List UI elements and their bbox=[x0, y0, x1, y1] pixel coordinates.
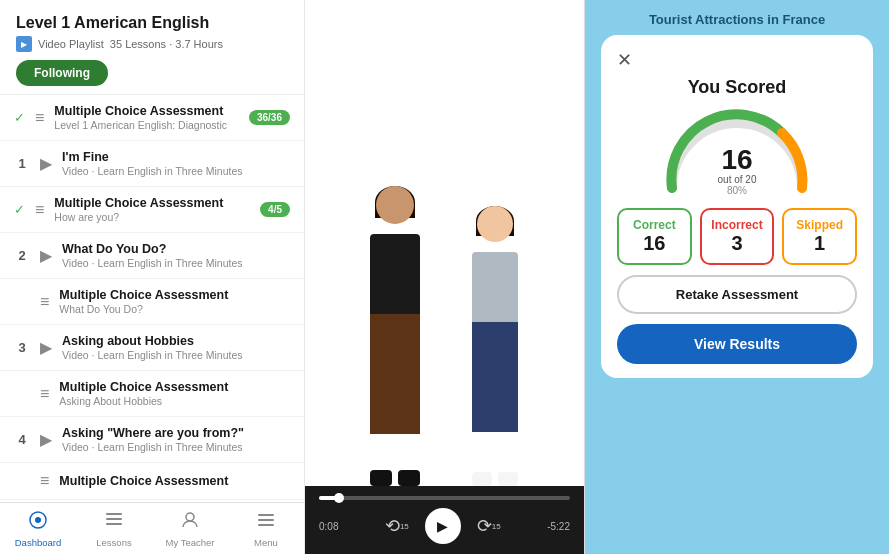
nav-item-dashboard[interactable]: Dashboard bbox=[0, 503, 76, 554]
lesson-badge: 4/5 bbox=[260, 202, 290, 217]
bottom-nav: DashboardLessonsMy TeacherMenu bbox=[0, 502, 304, 554]
video-controls: 0:08 ⟲15 ▶ ⟳15 -5:22 bbox=[305, 486, 584, 554]
right-panel-title: Tourist Attractions in France bbox=[649, 12, 825, 27]
lesson-subtitle: Video · Learn English in Three Minutes bbox=[62, 165, 290, 177]
lesson-subtitle: How are you? bbox=[54, 211, 250, 223]
lesson-subtitle: Level 1 American English: Diagnostic bbox=[54, 119, 239, 131]
lesson-content: Multiple Choice AssessmentLevel 1 Americ… bbox=[54, 104, 239, 131]
gauge-container: 16 out of 20 80% bbox=[657, 108, 817, 198]
lesson-item[interactable]: 2▶What Do You Do?Video · Learn English i… bbox=[0, 233, 304, 279]
lesson-item[interactable]: ≡Multiple Choice AssessmentAsking About … bbox=[0, 371, 304, 417]
retake-button[interactable]: Retake Assessment bbox=[617, 275, 857, 314]
controls-row: 0:08 ⟲15 ▶ ⟳15 -5:22 bbox=[319, 508, 570, 544]
lesson-item[interactable]: ✓≡Multiple Choice AssessmentLevel 1 Amer… bbox=[0, 95, 304, 141]
char-left-shoe-right bbox=[398, 470, 420, 486]
nav-icon-menu bbox=[256, 510, 276, 535]
lesson-subtitle: Video · Learn English in Three Minutes bbox=[62, 349, 290, 361]
lesson-item[interactable]: ≡Multiple Choice AssessmentWhat Do You D… bbox=[0, 279, 304, 325]
nav-item-my-teacher[interactable]: My Teacher bbox=[152, 503, 228, 554]
svg-point-1 bbox=[35, 517, 41, 523]
svg-point-5 bbox=[186, 513, 194, 521]
stat-box-incorrect: Incorrect3 bbox=[700, 208, 775, 265]
video-icon: ▶ bbox=[40, 154, 52, 173]
char-right-head bbox=[477, 206, 513, 242]
progress-bar-container[interactable] bbox=[319, 496, 570, 500]
total-time: -5:22 bbox=[547, 521, 570, 532]
char-right-shoe-left bbox=[472, 472, 492, 486]
follow-button[interactable]: Following bbox=[16, 60, 108, 86]
lesson-subtitle: Video · Learn English in Three Minutes bbox=[62, 441, 290, 453]
svg-rect-6 bbox=[258, 514, 274, 516]
video-area bbox=[305, 0, 584, 486]
characters bbox=[305, 0, 584, 486]
gauge-percent: 80% bbox=[718, 185, 757, 196]
lesson-item[interactable]: 1▶I'm FineVideo · Learn English in Three… bbox=[0, 141, 304, 187]
lesson-title: Multiple Choice Assessment bbox=[59, 474, 290, 488]
lesson-content: Multiple Choice Assessment bbox=[59, 474, 290, 488]
stat-value-incorrect: 3 bbox=[708, 232, 767, 255]
assessment-icon: ≡ bbox=[35, 109, 44, 127]
stat-box-correct: Correct16 bbox=[617, 208, 692, 265]
lesson-item[interactable]: ✓≡Multiple Choice AssessmentHow are you?… bbox=[0, 187, 304, 233]
stat-label-incorrect: Incorrect bbox=[708, 218, 767, 232]
lesson-content: I'm FineVideo · Learn English in Three M… bbox=[62, 150, 290, 177]
assessment-icon: ≡ bbox=[35, 201, 44, 219]
character-left bbox=[345, 186, 445, 486]
svg-rect-2 bbox=[106, 513, 122, 515]
playlist-icon: ▶ bbox=[16, 36, 32, 52]
current-time: 0:08 bbox=[319, 521, 338, 532]
assessment-icon: ≡ bbox=[40, 472, 49, 490]
left-header: Level 1 American English ▶ Video Playlis… bbox=[0, 0, 304, 95]
check-mark-icon: ✓ bbox=[14, 202, 25, 217]
gauge-score: 16 out of 20 80% bbox=[718, 146, 757, 196]
lesson-content: Multiple Choice AssessmentAsking About H… bbox=[59, 380, 290, 407]
nav-icon-lessons bbox=[104, 510, 124, 535]
lesson-content: Asking about HobbiesVideo · Learn Englis… bbox=[62, 334, 290, 361]
character-right bbox=[445, 206, 545, 486]
char-right-body bbox=[472, 252, 518, 322]
lesson-title: Asking about Hobbies bbox=[62, 334, 290, 348]
svg-rect-4 bbox=[106, 523, 122, 525]
lesson-list: ✓≡Multiple Choice AssessmentLevel 1 Amer… bbox=[0, 95, 304, 502]
char-left-body bbox=[370, 234, 420, 314]
lesson-number: 1 bbox=[14, 156, 30, 171]
middle-panel: 0:08 ⟲15 ▶ ⟳15 -5:22 bbox=[305, 0, 585, 554]
view-results-button[interactable]: View Results bbox=[617, 324, 857, 364]
lesson-item[interactable]: ≡Multiple Choice Assessment bbox=[0, 463, 304, 500]
char-right-shoe-right bbox=[498, 472, 518, 486]
lesson-content: What Do You Do?Video · Learn English in … bbox=[62, 242, 290, 269]
nav-icon-dashboard bbox=[28, 510, 48, 535]
nav-icon-my-teacher bbox=[180, 510, 200, 535]
lesson-item[interactable]: 3▶Asking about HobbiesVideo · Learn Engl… bbox=[0, 325, 304, 371]
svg-rect-8 bbox=[258, 524, 274, 526]
lesson-subtitle: What Do You Do? bbox=[59, 303, 290, 315]
stats-row: Correct16Incorrect3Skipped1 bbox=[617, 208, 857, 265]
play-button[interactable]: ▶ bbox=[425, 508, 461, 544]
skip-back-button[interactable]: ⟲15 bbox=[385, 515, 409, 537]
nav-item-menu[interactable]: Menu bbox=[228, 503, 304, 554]
lesson-item[interactable]: 4▶Asking "Where are you from?"Video · Le… bbox=[0, 417, 304, 463]
assessment-icon: ≡ bbox=[40, 293, 49, 311]
lesson-title: Multiple Choice Assessment bbox=[59, 380, 290, 394]
skip-forward-button[interactable]: ⟳15 bbox=[477, 515, 501, 537]
gauge-out-of: out of 20 bbox=[718, 174, 757, 185]
lesson-content: Multiple Choice AssessmentWhat Do You Do… bbox=[59, 288, 290, 315]
lesson-title: Multiple Choice Assessment bbox=[54, 104, 239, 118]
progress-bar-fill bbox=[319, 496, 339, 500]
video-icon: ▶ bbox=[40, 430, 52, 449]
stat-label-correct: Correct bbox=[625, 218, 684, 232]
nav-label: My Teacher bbox=[166, 537, 215, 548]
lesson-title: I'm Fine bbox=[62, 150, 290, 164]
close-button[interactable]: ✕ bbox=[617, 49, 632, 71]
lesson-title: Multiple Choice Assessment bbox=[59, 288, 290, 302]
lesson-number: 3 bbox=[14, 340, 30, 355]
lesson-title: What Do You Do? bbox=[62, 242, 290, 256]
course-title: Level 1 American English bbox=[16, 14, 288, 32]
char-right-pants bbox=[472, 322, 518, 432]
lesson-badge: 36/36 bbox=[249, 110, 290, 125]
nav-item-lessons[interactable]: Lessons bbox=[76, 503, 152, 554]
lesson-number: 2 bbox=[14, 248, 30, 263]
score-card-title: You Scored bbox=[688, 77, 787, 98]
check-mark-icon: ✓ bbox=[14, 110, 25, 125]
char-left-pants bbox=[370, 314, 420, 434]
